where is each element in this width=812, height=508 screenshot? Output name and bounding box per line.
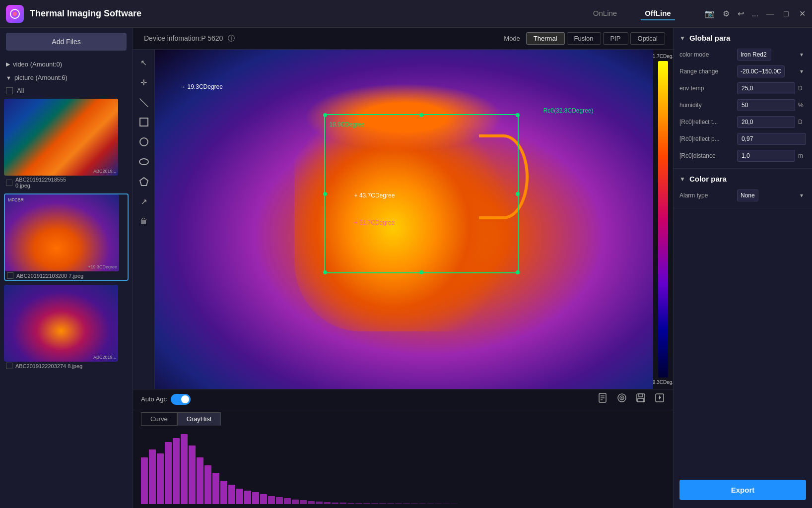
rc0-distance-label: [Rc0]distance (679, 152, 734, 159)
thumb3-filename: ABC2019122203274 8.jpeg (15, 363, 82, 369)
humidity-input[interactable] (737, 99, 795, 111)
thumbnail-item-3[interactable]: ABC2019... ABC2019122203274 8.jpeg (4, 285, 129, 370)
histogram-bar (228, 485, 235, 504)
rc0-reflect-p-label: [Rc0]reflect p... (679, 135, 734, 142)
thumb2-checkbox[interactable] (7, 272, 13, 279)
sidebar-picture-item[interactable]: ▼ picture (Amount:6) (0, 71, 133, 84)
all-checkbox[interactable] (6, 87, 13, 94)
ellipse-tool-button[interactable] (136, 154, 152, 170)
range-change-select[interactable]: -20.0C~150.0C 0C~100C (737, 65, 785, 77)
svg-rect-2 (140, 118, 148, 126)
polygon-tool-button[interactable] (136, 174, 152, 190)
label-hot: + 51.7CDegree (354, 219, 395, 226)
env-temp-input[interactable] (737, 82, 795, 94)
color-para-section: ▼ Color para Alarm type None High Low (674, 169, 812, 208)
save-icon[interactable] (635, 392, 646, 406)
minimize-button[interactable]: — (766, 10, 774, 18)
undo-icon[interactable]: ↩ (738, 9, 744, 18)
thermal-view[interactable]: → 19.3CDegree 19.9CDegree Rc0(32.8CDegre… (155, 50, 653, 389)
export-button[interactable]: Export (679, 480, 806, 500)
humidity-label: humidity (679, 102, 734, 109)
rc0-reflect-p-input[interactable] (737, 133, 806, 145)
humidity-unit: % (798, 102, 806, 109)
export-icon[interactable] (654, 392, 665, 406)
sel-handle-tr[interactable] (516, 113, 520, 117)
circle-tool-button[interactable] (136, 134, 152, 150)
histogram-bar (173, 438, 180, 504)
info-icon[interactable]: ⓘ (228, 34, 235, 42)
camera-capture-icon[interactable] (616, 392, 627, 406)
grayhist-tab[interactable]: GrayHist (177, 412, 221, 426)
rc0-distance-row: [Rc0]distance m (674, 147, 812, 164)
histogram-bar (149, 449, 156, 504)
cursor-tool-button[interactable]: ↖ (136, 55, 152, 70)
env-temp-row: env temp D (674, 80, 812, 97)
histogram-bar (165, 442, 172, 504)
color-mode-select-wrapper[interactable]: Iron Red2 Rainbow Grayscale (737, 49, 806, 61)
histogram-bar (189, 445, 196, 504)
thumbnail-item-2[interactable]: MFCBR +19.3CDegree ABC2019122103200 7.jp… (4, 193, 129, 281)
auto-agc-label: Auto Agc (141, 395, 167, 403)
nav-online[interactable]: OnLine (589, 7, 621, 20)
mode-fusion-button[interactable]: Fusion (567, 32, 601, 45)
thumb1-checkbox[interactable] (6, 180, 12, 186)
color-para-header[interactable]: ▼ Color para (674, 169, 812, 187)
rc0-distance-input[interactable] (737, 150, 795, 162)
thermal-image: → 19.3CDegree 19.9CDegree Rc0(32.8CDegre… (155, 50, 653, 389)
label-center: + 43.7CDegree (354, 192, 395, 199)
thumb3-checkbox[interactable] (6, 363, 12, 369)
delete-tool-button[interactable]: 🗑 (136, 213, 152, 229)
curve-tab[interactable]: Curve (141, 412, 177, 426)
rc0-reflect-t-row: [Rc0]reflect t... D (674, 114, 812, 130)
color-mode-select[interactable]: Iron Red2 Rainbow Grayscale (737, 49, 771, 61)
arrow-down-icon: ▼ (6, 75, 11, 81)
histogram-bar (411, 503, 418, 504)
titlebar-nav: OnLine OffLine (589, 7, 675, 20)
auto-agc-toggle[interactable] (171, 394, 191, 405)
rc0-reflect-t-input[interactable] (737, 116, 795, 128)
rect-tool-button[interactable] (136, 114, 152, 130)
bottom-tabs: Curve GrayHist (133, 409, 673, 426)
select2-tool-button[interactable]: ↖ (136, 193, 152, 209)
sel-handle-br[interactable] (516, 270, 520, 274)
label-rc0: Rc0(32.8CDegree) (543, 107, 594, 114)
sidebar-video-item[interactable]: ▶ video (Amount:0) (0, 58, 133, 71)
center-area: Device infomation:P 5620 ⓘ Mode Thermal … (133, 28, 673, 508)
titlebar: Thermal Imaging Software OnLine OffLine … (0, 0, 812, 28)
bottom-icons (598, 392, 665, 406)
screenshot-icon[interactable]: 📷 (705, 9, 715, 18)
thumbnail-grid: ABC2019... ABC20191229185550.jpeg MFCBR … (0, 97, 133, 376)
more-icon[interactable]: ... (752, 9, 758, 18)
right-panel: ▼ Global para color mode Iron Red2 Rainb… (673, 28, 812, 508)
line-tool-button[interactable]: │ (133, 91, 155, 113)
color-para-arrow: ▼ (679, 176, 685, 183)
histogram-bar (141, 457, 148, 504)
histogram-bar (379, 503, 386, 504)
move-tool-button[interactable]: ✛ (136, 74, 152, 90)
thumb2-filename: ABC2019122103200 7.jpeg (16, 273, 83, 279)
thumbnail-item-1[interactable]: ABC2019... ABC20191229185550.jpeg (4, 99, 129, 190)
settings-icon[interactable]: ⚙ (723, 9, 730, 18)
maximize-button[interactable]: □ (782, 10, 790, 18)
histogram-bar (212, 473, 219, 504)
nav-offline[interactable]: OffLine (641, 7, 675, 20)
mode-optical-button[interactable]: Optical (630, 32, 665, 45)
mode-thermal-button[interactable]: Thermal (526, 32, 565, 45)
add-files-button[interactable]: Add Files (6, 33, 127, 51)
mug-handle (479, 134, 529, 219)
sidebar-all-folder[interactable]: All (0, 84, 133, 97)
global-para-header[interactable]: ▼ Global para (674, 28, 812, 46)
chart-area (133, 426, 673, 508)
histogram-bar (355, 503, 362, 504)
alarm-type-select[interactable]: None High Low (737, 190, 758, 201)
report-icon[interactable] (598, 392, 609, 406)
histogram-bar (276, 497, 283, 504)
histogram-bar (204, 465, 211, 504)
image-area: ↖ ✛ │ ↖ 🗑 (133, 50, 673, 389)
global-para-title: Global para (689, 34, 731, 42)
alarm-type-select-wrapper[interactable]: None High Low (737, 190, 806, 201)
range-change-select-wrapper[interactable]: -20.0C~150.0C 0C~100C (737, 65, 806, 77)
mode-pip-button[interactable]: PIP (603, 32, 628, 45)
close-button[interactable]: ✕ (798, 10, 806, 18)
svg-point-4 (139, 159, 148, 165)
